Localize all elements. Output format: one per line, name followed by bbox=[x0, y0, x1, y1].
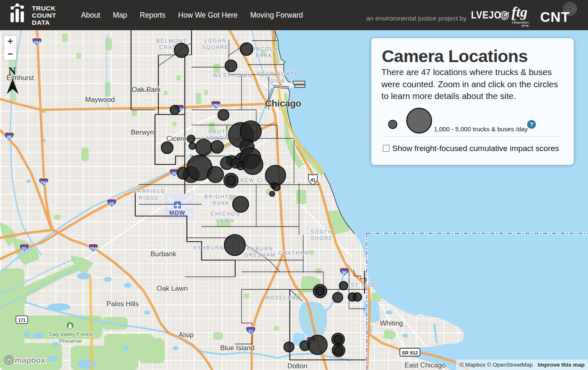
svg-text:NEAR NORTH: NEAR NORTH bbox=[257, 71, 299, 77]
svg-text:N: N bbox=[8, 65, 16, 77]
svg-text:ftg: ftg bbox=[512, 4, 528, 20]
svg-text:294: 294 bbox=[34, 41, 41, 45]
svg-text:Palos Hills: Palos Hills bbox=[106, 300, 139, 307]
svg-text:Blue Island: Blue Island bbox=[220, 344, 255, 352]
svg-text:Whiting: Whiting bbox=[380, 319, 403, 327]
svg-text:RIDGE: RIDGE bbox=[139, 195, 159, 201]
svg-text:55: 55 bbox=[172, 172, 177, 176]
svg-text:CHATHAM: CHATHAM bbox=[278, 250, 310, 256]
svg-text:55: 55 bbox=[109, 202, 114, 206]
svg-text:290: 290 bbox=[213, 104, 220, 108]
svg-text:SQUARE: SQUARE bbox=[202, 44, 229, 50]
svg-text:Dolton: Dolton bbox=[287, 362, 307, 370]
svg-text:SOUTH: SOUTH bbox=[311, 229, 333, 235]
svg-text:group: group bbox=[522, 24, 529, 27]
svg-text:Maywood: Maywood bbox=[85, 96, 115, 103]
svg-text:CNT: CNT bbox=[540, 9, 570, 25]
svg-text:171: 171 bbox=[18, 318, 26, 323]
svg-text:Chicago: Chicago bbox=[265, 98, 302, 109]
svg-text:CHICAGO: CHICAGO bbox=[210, 211, 240, 217]
svg-text:AUBURN: AUBURN bbox=[247, 246, 273, 252]
svg-text:90: 90 bbox=[342, 271, 347, 275]
svg-text:SR 912: SR 912 bbox=[402, 350, 418, 355]
svg-text:Oak Park: Oak Park bbox=[132, 86, 161, 93]
svg-text:GRESHAM: GRESHAM bbox=[244, 252, 276, 258]
svg-text:55: 55 bbox=[22, 247, 27, 251]
svg-text:Berwyn: Berwyn bbox=[131, 128, 154, 136]
svg-text:LVEJO: LVEJO bbox=[471, 10, 501, 21]
svg-text:Alsip: Alsip bbox=[178, 331, 194, 339]
svg-text:Cicero: Cicero bbox=[166, 135, 186, 142]
svg-text:57: 57 bbox=[248, 329, 253, 334]
svg-text:Sag Valley Forest: Sag Valley Forest bbox=[48, 331, 93, 337]
svg-text:COUNT: COUNT bbox=[32, 12, 56, 19]
svg-text:88: 88 bbox=[7, 135, 12, 140]
svg-text:Burbank: Burbank bbox=[150, 250, 176, 258]
svg-text:MDW: MDW bbox=[169, 209, 185, 216]
svg-text:fish: fish bbox=[512, 18, 517, 21]
svg-text:WEST TOWN: WEST TOWN bbox=[213, 73, 252, 78]
svg-text:ROSELAND: ROSELAND bbox=[265, 295, 301, 301]
svg-text:PARK: PARK bbox=[213, 201, 230, 206]
svg-text:294: 294 bbox=[40, 181, 47, 185]
svg-text:41: 41 bbox=[310, 177, 315, 182]
svg-text:SOUTH: SOUTH bbox=[208, 129, 231, 135]
svg-text:SIDE: SIDE bbox=[270, 78, 286, 84]
svg-text:East Chicago: East Chicago bbox=[404, 361, 446, 369]
svg-text:LAWN: LAWN bbox=[216, 218, 234, 224]
svg-text:ASHBURN: ASHBURN bbox=[193, 245, 224, 251]
svg-text:GARFIELD: GARFIELD bbox=[133, 188, 165, 194]
svg-text:294: 294 bbox=[90, 247, 97, 251]
svg-text:LOGAN: LOGAN bbox=[204, 38, 226, 44]
svg-text:PARK: PARK bbox=[256, 53, 273, 59]
svg-text:DATA: DATA bbox=[32, 19, 50, 26]
svg-text:LINCOLN: LINCOLN bbox=[250, 46, 278, 52]
svg-text:Oak Lawn: Oak Lawn bbox=[157, 284, 188, 292]
svg-text:SHORE: SHORE bbox=[310, 235, 333, 241]
svg-text:mapbox: mapbox bbox=[15, 356, 45, 365]
svg-text:Preserve: Preserve bbox=[59, 338, 82, 344]
svg-text:TRUCK: TRUCK bbox=[32, 5, 56, 12]
svg-text:BRIGHTON: BRIGHTON bbox=[205, 194, 239, 200]
